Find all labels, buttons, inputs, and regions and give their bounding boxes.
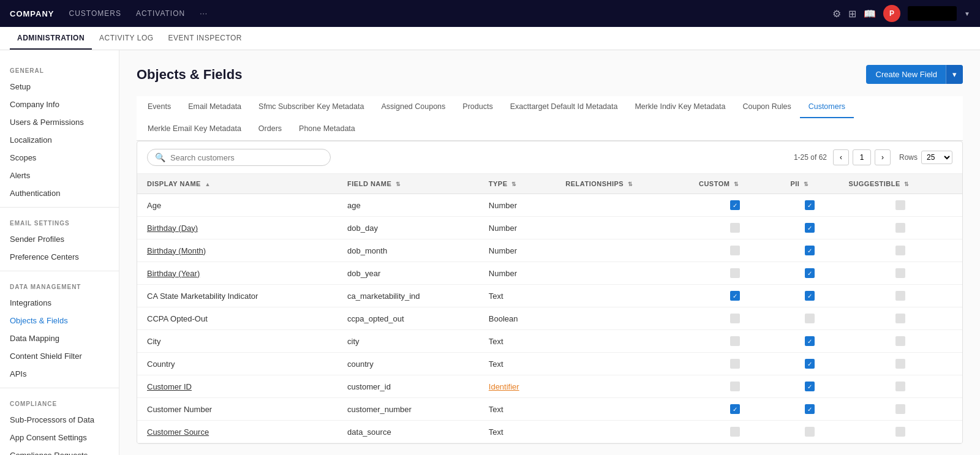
cell-pii[interactable]: ✓	[780, 262, 839, 285]
checkbox-unchecked[interactable]	[730, 382, 740, 391]
checkbox-checked[interactable]: ✓	[805, 246, 815, 255]
cell-custom[interactable]	[689, 375, 781, 398]
gear-icon[interactable]: ⚙	[832, 8, 841, 20]
sidebar-item-compliance-requests[interactable]: Compliance Requests	[0, 446, 119, 455]
cell-suggestible[interactable]	[839, 285, 962, 307]
grid-icon[interactable]: ⊞	[848, 8, 856, 20]
tab-products[interactable]: Products	[454, 96, 501, 118]
checkbox-checked[interactable]: ✓	[730, 404, 740, 414]
checkbox-unchecked[interactable]	[805, 314, 815, 323]
cell-suggestible[interactable]	[839, 239, 962, 262]
cell-suggestible[interactable]	[839, 398, 962, 421]
create-btn-dropdown-arrow[interactable]: ▾	[946, 65, 963, 84]
checkbox-unchecked[interactable]	[895, 223, 905, 233]
col-type[interactable]: TYPE ⇅	[479, 174, 556, 194]
tab-sfmc-subscriber[interactable]: Sfmc Subscriber Key Metadata	[250, 96, 372, 118]
search-box[interactable]: 🔍	[147, 149, 331, 166]
checkbox-unchecked[interactable]	[730, 336, 740, 346]
cell-suggestible[interactable]	[839, 307, 962, 330]
checkbox-unchecked[interactable]	[730, 223, 740, 233]
sub-nav-event-inspector[interactable]: EVENT INSPECTOR	[161, 27, 249, 50]
cell-pii[interactable]: ✓	[780, 375, 839, 398]
cell-display-name[interactable]: Customer ID	[137, 375, 337, 398]
tab-events[interactable]: Events	[139, 96, 179, 118]
next-page-button[interactable]: ›	[875, 149, 891, 165]
sidebar-item-apis[interactable]: APIs	[0, 365, 119, 383]
cell-custom[interactable]	[689, 307, 781, 330]
nav-activation[interactable]: ACTIVATION	[136, 9, 185, 18]
checkbox-unchecked[interactable]	[895, 359, 905, 369]
checkbox-checked[interactable]: ✓	[805, 268, 815, 278]
nav-more[interactable]: ···	[200, 9, 208, 18]
checkbox-checked[interactable]: ✓	[805, 382, 815, 391]
cell-custom[interactable]	[689, 421, 781, 443]
create-new-field-button[interactable]: Create New Field ▾	[866, 65, 963, 84]
cell-suggestible[interactable]	[839, 194, 962, 217]
checkbox-checked[interactable]: ✓	[805, 200, 815, 210]
checkbox-unchecked[interactable]	[805, 427, 815, 437]
checkbox-unchecked[interactable]	[895, 246, 905, 255]
cell-suggestible[interactable]	[839, 375, 962, 398]
tab-exacttarget[interactable]: Exacttarget Default Id Metadata	[502, 96, 627, 118]
checkbox-unchecked[interactable]	[730, 268, 740, 278]
cell-pii[interactable]	[780, 307, 839, 330]
checkbox-unchecked[interactable]	[895, 382, 905, 391]
cell-suggestible[interactable]	[839, 421, 962, 443]
sidebar-item-company-info[interactable]: Company Info	[0, 96, 119, 113]
sidebar-item-alerts[interactable]: Alerts	[0, 167, 119, 184]
cell-custom[interactable]: ✓	[689, 398, 781, 421]
tab-email-metadata[interactable]: Email Metadata	[179, 96, 250, 118]
avatar[interactable]: P	[883, 5, 900, 22]
cell-pii[interactable]: ✓	[780, 217, 839, 239]
nav-customers[interactable]: CUSTOMERS	[69, 9, 121, 18]
cell-display-name[interactable]: Birthday (Year)	[137, 262, 337, 285]
sidebar-item-preference-centers[interactable]: Preference Centers	[0, 248, 119, 266]
prev-page-button[interactable]: ‹	[833, 149, 849, 165]
checkbox-unchecked[interactable]	[730, 427, 740, 437]
cell-custom[interactable]: ✓	[689, 285, 781, 307]
col-pii[interactable]: PII ⇅	[780, 174, 839, 194]
book-icon[interactable]: 📖	[864, 8, 876, 20]
checkbox-unchecked[interactable]	[730, 246, 740, 255]
cell-display-name[interactable]: Birthday (Day)	[137, 217, 337, 239]
cell-pii[interactable]: ✓	[780, 398, 839, 421]
tab-merkle-indiv[interactable]: Merkle Indiv Key Metadata	[626, 96, 734, 118]
checkbox-unchecked[interactable]	[895, 404, 905, 414]
cell-custom[interactable]	[689, 353, 781, 375]
cell-display-name[interactable]: Customer Source	[137, 421, 337, 443]
cell-custom[interactable]	[689, 262, 781, 285]
checkbox-checked[interactable]: ✓	[805, 291, 815, 301]
cell-pii[interactable]: ✓	[780, 194, 839, 217]
checkbox-unchecked[interactable]	[730, 359, 740, 369]
search-input[interactable]	[170, 153, 323, 162]
checkbox-unchecked[interactable]	[895, 314, 905, 323]
cell-suggestible[interactable]	[839, 353, 962, 375]
cell-type[interactable]: Identifier	[479, 375, 556, 398]
sidebar-item-setup[interactable]: Setup	[0, 78, 119, 96]
cell-custom[interactable]	[689, 217, 781, 239]
sidebar-item-localization[interactable]: Localization	[0, 131, 119, 149]
col-display-name[interactable]: DISPLAY NAME ▲	[137, 174, 337, 194]
checkbox-checked[interactable]: ✓	[805, 404, 815, 414]
tab-customers[interactable]: Customers	[800, 96, 854, 118]
tab-orders[interactable]: Orders	[250, 118, 290, 140]
checkbox-checked[interactable]: ✓	[805, 223, 815, 233]
sidebar-item-objects-fields[interactable]: Objects & Fields	[0, 312, 119, 329]
tab-assigned-coupons[interactable]: Assigned Coupons	[372, 96, 454, 118]
expand-icon[interactable]: ▼	[964, 10, 970, 17]
cell-suggestible[interactable]	[839, 330, 962, 353]
col-custom[interactable]: CUSTOM ⇅	[689, 174, 781, 194]
tab-merkle-email[interactable]: Merkle Email Key Metadata	[139, 118, 250, 140]
cell-suggestible[interactable]	[839, 217, 962, 239]
cell-pii[interactable]: ✓	[780, 353, 839, 375]
checkbox-checked[interactable]: ✓	[730, 291, 740, 301]
cell-pii[interactable]: ✓	[780, 285, 839, 307]
checkbox-unchecked[interactable]	[730, 314, 740, 323]
col-relationships[interactable]: RELATIONSHIPS ⇅	[556, 174, 689, 194]
checkbox-checked[interactable]: ✓	[730, 200, 740, 210]
checkbox-unchecked[interactable]	[895, 200, 905, 210]
cell-custom[interactable]: ✓	[689, 194, 781, 217]
cell-suggestible[interactable]	[839, 262, 962, 285]
checkbox-unchecked[interactable]	[895, 291, 905, 301]
cell-pii[interactable]	[780, 421, 839, 443]
